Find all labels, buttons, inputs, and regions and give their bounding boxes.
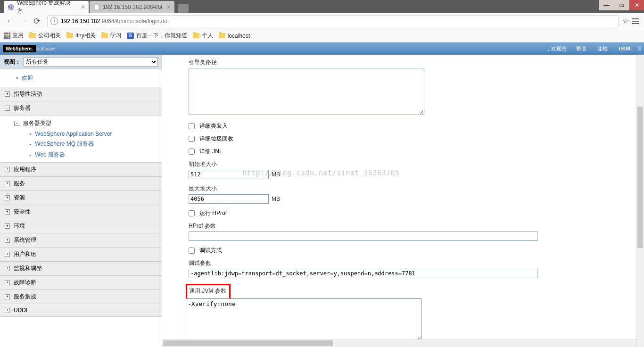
- expand-icon[interactable]: +: [5, 209, 10, 215]
- bookmark-folder[interactable]: 公司相关: [29, 32, 61, 40]
- help-link[interactable]: 帮助: [576, 45, 586, 52]
- sidebar-item-monitoring[interactable]: +监视和调整: [0, 261, 162, 275]
- expand-icon[interactable]: +: [5, 238, 10, 243]
- sidebar-item-servers[interactable]: −服务器: [0, 101, 162, 115]
- expand-icon[interactable]: +: [5, 252, 10, 257]
- close-icon[interactable]: ×: [167, 3, 171, 11]
- generic-jvm-highlight: 通用 JVM 参数: [186, 284, 231, 300]
- debug-mode-checkbox[interactable]: [189, 248, 195, 254]
- run-hprof-label: 运行 HProf: [199, 209, 227, 217]
- folder-icon: [101, 33, 108, 38]
- sidebar-item-security[interactable]: +安全性: [0, 205, 162, 219]
- bookmark-folder[interactable]: 个人: [193, 32, 213, 40]
- generic-jvm-input[interactable]: -Xverify:none: [186, 298, 421, 341]
- sidebar-item-services[interactable]: +服务: [0, 176, 162, 190]
- bookmark-folder[interactable]: tiny相关: [66, 32, 96, 40]
- close-window-button[interactable]: ✕: [629, 0, 644, 10]
- sidebar-item-service-integration[interactable]: +服务集成: [0, 289, 162, 304]
- sidebar-item-sysadmin[interactable]: +系统管理: [0, 233, 162, 247]
- scrollbar-thumb[interactable]: [637, 107, 643, 248]
- address-bar: ← → ⟳ i 192.16.150.182:9064/ibm/console/…: [0, 13, 644, 29]
- view-selector-bar: 视图： 所有任务: [0, 55, 162, 69]
- tab-title: 192.16.150.182:9084/bl: [103, 4, 162, 10]
- sidebar-item-resources[interactable]: +资源: [0, 190, 162, 205]
- bookmark-folder[interactable]: 学习: [101, 32, 122, 40]
- sidebar-item-was[interactable]: WebSphere Application Server: [14, 129, 162, 139]
- url-path: /ibm/console/login.do: [114, 18, 167, 25]
- welcome-user-label: ，欢迎您: [546, 45, 567, 52]
- horizontal-scrollbar[interactable]: [162, 339, 636, 347]
- sidebar-item-guidance[interactable]: +指导性活动: [0, 87, 162, 101]
- debug-args-input[interactable]: [189, 269, 537, 278]
- websphere-banner: WebSphere. software ，欢迎您 帮助 | 注销 IBM.: [0, 42, 644, 55]
- close-icon[interactable]: ×: [81, 3, 85, 11]
- sidebar-item-troubleshoot[interactable]: +故障诊断: [0, 275, 162, 289]
- apps-button[interactable]: 应用: [4, 32, 24, 40]
- new-tab-button[interactable]: [178, 4, 189, 13]
- folder-icon: [66, 33, 73, 38]
- boot-classpath-input[interactable]: [189, 68, 424, 115]
- minimize-button[interactable]: —: [599, 0, 614, 10]
- run-hprof-checkbox[interactable]: [189, 210, 195, 216]
- folder-icon: [29, 33, 36, 38]
- site-info-icon[interactable]: i: [50, 17, 58, 25]
- debug-mode-label: 调试方式: [199, 247, 222, 255]
- sidebar-item-environment[interactable]: +环境: [0, 219, 162, 233]
- expand-icon[interactable]: +: [5, 181, 10, 186]
- folder-icon: [219, 33, 225, 38]
- vertical-scrollbar[interactable]: [636, 55, 644, 347]
- url-input[interactable]: i 192.16.150.182:9064/ibm/console/login.…: [47, 15, 619, 27]
- sidebar-item-mq[interactable]: WebSphere MQ 服务器: [14, 139, 162, 149]
- back-button[interactable]: ←: [5, 16, 16, 27]
- bookmark-folder[interactable]: localhost: [219, 33, 250, 39]
- expand-icon[interactable]: +: [5, 223, 10, 229]
- sidebar-item-uddi[interactable]: +UDDI: [0, 304, 162, 317]
- verbose-class-checkbox[interactable]: [189, 123, 195, 129]
- hprof-args-label: HProf 参数: [189, 222, 636, 230]
- init-heap-label: 初始堆大小: [189, 160, 636, 168]
- forward-button[interactable]: →: [18, 16, 29, 27]
- maximize-button[interactable]: ▭: [614, 0, 629, 10]
- sidebar-item-webserver[interactable]: Web 服务器: [14, 149, 162, 160]
- expand-icon[interactable]: +: [5, 167, 10, 172]
- generic-jvm-label: 通用 JVM 参数: [189, 287, 226, 295]
- expand-icon[interactable]: +: [5, 195, 10, 200]
- sidebar-item-apps[interactable]: +应用程序: [0, 162, 162, 176]
- view-select[interactable]: 所有任务: [24, 57, 158, 66]
- expand-icon[interactable]: +: [5, 308, 10, 313]
- scrollbar-thumb[interactable]: [163, 340, 333, 346]
- logout-link[interactable]: 注销: [597, 45, 608, 52]
- max-heap-input[interactable]: [189, 194, 269, 204]
- collapse-icon[interactable]: −: [5, 106, 10, 111]
- sidebar: 视图： 所有任务 欢迎 +指导性活动 −服务器 −服务器类型 WebSphere…: [0, 55, 162, 347]
- browser-tab-active[interactable]: WebSphere 集成解决方 ×: [4, 1, 89, 13]
- sidebar-item-server-types[interactable]: −服务器类型: [14, 117, 162, 129]
- verbose-gc-checkbox[interactable]: [189, 136, 195, 142]
- expand-icon[interactable]: +: [5, 280, 10, 285]
- browser-tabs-bar: WebSphere 集成解决方 × 192.16.150.182:9084/bl…: [0, 0, 644, 13]
- hprof-args-input[interactable]: [189, 231, 537, 241]
- debug-args-label: 调试参数: [189, 259, 636, 267]
- verbose-jni-checkbox[interactable]: [189, 149, 195, 155]
- browser-menu-icon[interactable]: [631, 18, 640, 24]
- expand-icon[interactable]: +: [5, 266, 10, 271]
- reload-button[interactable]: ⟳: [31, 16, 42, 27]
- mb-unit: MB: [272, 196, 280, 202]
- expand-icon[interactable]: +: [5, 91, 10, 97]
- mb-unit: MB: [272, 171, 280, 178]
- sidebar-item-users-groups[interactable]: +用户和组: [0, 247, 162, 261]
- page-icon: [93, 4, 100, 10]
- boot-classpath-label: 引导类路径: [189, 58, 636, 66]
- bookmark-link[interactable]: 百百度一下，你就知道: [127, 32, 187, 40]
- verbose-jni-label: 详细 JNI: [199, 148, 221, 156]
- init-heap-input[interactable]: [189, 170, 269, 179]
- websphere-logo: WebSphere.: [3, 45, 36, 52]
- sidebar-item-welcome[interactable]: 欢迎: [0, 69, 162, 87]
- tab-title: WebSphere 集成解决方: [17, 0, 76, 15]
- browser-tab-inactive[interactable]: 192.16.150.182:9084/bl ×: [90, 1, 174, 13]
- bookmark-star-icon[interactable]: ☆: [622, 17, 629, 25]
- collapse-icon[interactable]: −: [14, 121, 19, 126]
- nav-tree: 欢迎 +指导性活动 −服务器 −服务器类型 WebSphere Applicat…: [0, 69, 162, 347]
- expand-icon[interactable]: +: [5, 294, 10, 299]
- view-label: 视图：: [4, 58, 21, 66]
